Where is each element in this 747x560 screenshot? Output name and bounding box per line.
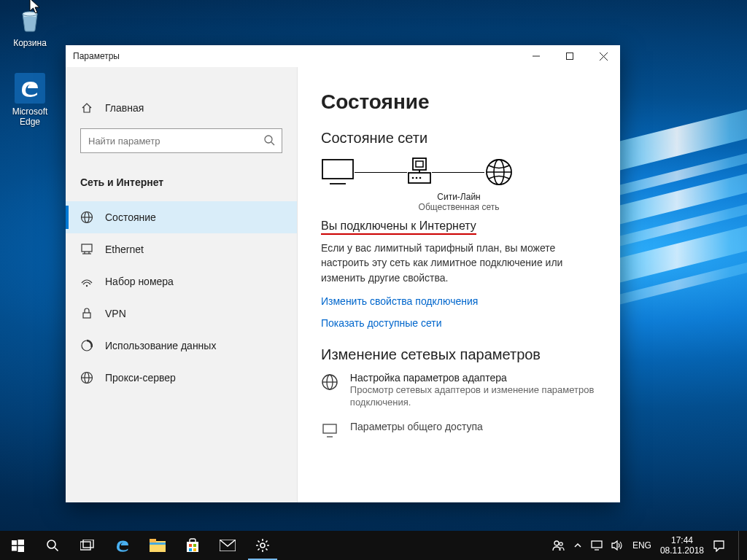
tray-language[interactable]: ENG [632,540,651,551]
sidebar-home-label: Главная [105,102,144,114]
svg-point-56 [560,542,562,545]
taskbar-app-edge[interactable] [105,531,140,560]
data-usage-icon [80,339,93,352]
taskbar-app-store[interactable] [175,531,210,560]
svg-rect-2 [567,53,573,60]
svg-rect-37 [12,540,17,545]
svg-point-26 [412,177,414,179]
connected-heading: Вы подключены к Интернету [321,219,597,235]
tray-chevron-up-icon[interactable] [573,541,582,550]
network-diagram: Сити-Лайн Общественная сеть [321,157,597,212]
svg-rect-10 [82,244,92,252]
taskbar-app-settings[interactable] [245,531,280,560]
globe-icon [484,158,514,187]
tray-volume-icon[interactable] [611,540,624,551]
start-button[interactable] [0,531,35,560]
tray-clock[interactable]: 17:44 08.11.2018 [660,535,704,556]
svg-point-54 [260,543,265,548]
window-close-button[interactable] [587,45,620,67]
adapter-icon [321,372,340,391]
search-icon [263,134,275,146]
section-change-network-settings: Изменение сетевых параметров [321,346,597,363]
sharing-title: Параметры общего доступа [350,421,483,432]
sidebar-item-label: Ethernet [105,244,144,255]
dialup-icon [80,275,93,288]
sidebar-item-vpn[interactable]: VPN [66,298,297,330]
adapter-subtitle: Просмотр сетевых адаптеров и изменение п… [350,384,597,409]
link-show-available-networks[interactable]: Показать доступные сети [321,317,597,329]
svg-point-28 [419,177,422,179]
proxy-icon [80,371,93,384]
search-input[interactable] [80,128,282,153]
sidebar-item-label: Состояние [105,211,156,223]
svg-line-6 [271,142,274,145]
desktop-icon-edge[interactable]: Microsoft Edge [3,73,57,127]
status-icon [80,211,93,224]
svg-point-0 [23,12,37,16]
svg-rect-15 [83,313,90,318]
sidebar-home[interactable]: Главная [66,92,297,124]
taskbar-search-button[interactable] [35,531,70,560]
home-icon [80,102,93,114]
ethernet-icon [80,243,93,256]
taskbar-app-explorer[interactable] [140,531,175,560]
system-tray: ENG 17:44 08.11.2018 [551,531,747,560]
svg-rect-44 [83,540,93,548]
desktop-icon-label: Корзина [3,38,57,48]
svg-rect-51 [189,548,192,551]
sidebar-item-data-usage[interactable]: Использование данных [66,330,297,362]
window-titlebar[interactable]: Параметры [66,45,620,67]
network-type: Общественная сеть [321,202,597,212]
sidebar-item-label: Использование данных [105,340,216,351]
svg-rect-43 [80,542,90,550]
taskbar-app-mail[interactable] [210,531,245,560]
svg-rect-39 [12,546,17,551]
svg-rect-38 [18,540,24,545]
adapter-title: Настройка параметров адаптера [350,372,597,384]
show-desktop-button[interactable] [738,531,743,560]
desktop-icon-recycle-bin[interactable]: Корзина [3,4,57,48]
svg-rect-47 [150,542,166,545]
svg-point-14 [86,285,88,287]
section-network-status: Состояние сети [321,130,597,147]
sidebar-item-ethernet[interactable]: Ethernet [66,233,297,265]
edge-icon [15,73,45,104]
vpn-icon [80,307,93,320]
sidebar-item-status[interactable]: Состояние [66,201,297,233]
setting-sharing-options[interactable]: Параметры общего доступа [321,421,597,440]
svg-rect-40 [18,546,24,552]
page-title: Состояние [321,90,597,114]
svg-point-27 [416,177,418,179]
window-minimize-button[interactable] [519,45,553,67]
svg-rect-20 [322,160,353,179]
tray-network-icon[interactable] [591,540,603,551]
svg-rect-49 [189,544,192,547]
tray-people-icon[interactable] [551,539,565,552]
svg-rect-22 [413,158,426,170]
svg-line-42 [55,548,58,551]
sidebar-item-proxy[interactable]: Прокси-сервер [66,362,297,394]
svg-rect-23 [416,161,423,167]
window-maximize-button[interactable] [553,45,587,67]
sidebar-item-dialup[interactable]: Набор номера [66,265,297,298]
connected-body: Если у вас лимитный тарифный план, вы мо… [321,241,597,285]
settings-sidebar: Главная Сеть и Интернет Состояние Et [66,67,298,502]
taskbar: ENG 17:44 08.11.2018 [0,531,747,560]
svg-rect-46 [150,539,156,542]
svg-point-5 [265,136,272,143]
svg-rect-35 [323,424,336,433]
recycle-bin-icon [15,4,45,35]
svg-point-55 [554,541,559,545]
network-name: Сити-Лайн [321,192,597,202]
svg-rect-48 [187,542,198,552]
task-view-button[interactable] [70,531,105,560]
sidebar-category: Сеть и Интернет [66,168,297,197]
window-title: Параметры [73,51,120,61]
settings-main: Состояние Состояние сети Сити-Лай [298,67,620,502]
settings-window: Параметры Главная [66,45,620,502]
setting-adapter-options[interactable]: Настройка параметров адаптера Просмотр с… [321,372,597,409]
svg-rect-57 [592,541,602,548]
tray-notifications-icon[interactable] [713,540,725,552]
router-icon [407,157,432,187]
link-change-connection-properties[interactable]: Изменить свойства подключения [321,295,597,307]
